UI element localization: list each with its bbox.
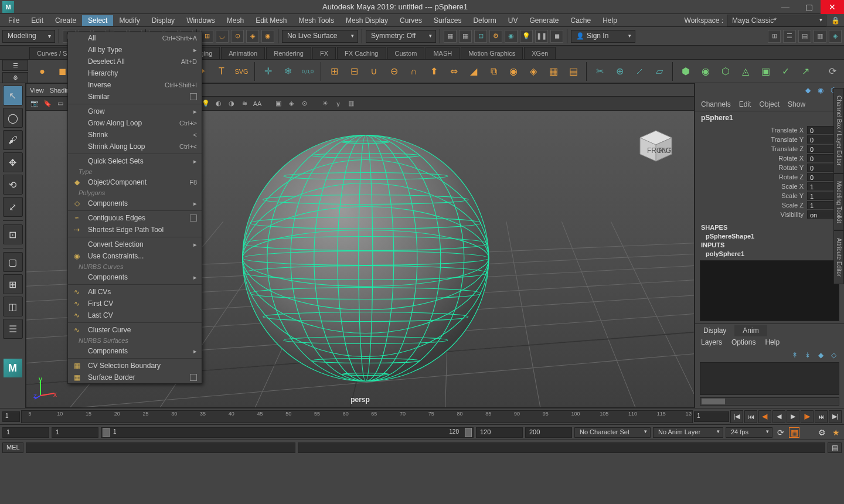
menu-item-use-constraints-[interactable]: ◉Use Constraints... (68, 250, 202, 262)
remesh-icon[interactable]: ▦ (544, 62, 563, 81)
last-tool-button[interactable]: ⊡ (3, 224, 23, 244)
type-tool-icon[interactable]: T (212, 62, 231, 81)
lock-icon[interactable]: 🔒 (829, 14, 842, 27)
menu-item-components[interactable]: Components▸ (68, 345, 202, 357)
menu-select[interactable]: Select (82, 15, 113, 26)
help-menu-item[interactable]: Help (765, 338, 780, 346)
vtab-channel-box-layer-editor[interactable]: Channel Box / Layer Editor (833, 88, 844, 173)
option-box-icon[interactable] (190, 374, 197, 381)
move-tool-button[interactable]: ✥ (3, 152, 23, 172)
menu-curves[interactable]: Curves (394, 15, 428, 26)
script-editor-button[interactable]: ▤ (828, 442, 842, 453)
snap-grid-icon[interactable]: ⊞ (200, 30, 213, 43)
channel-tab-show[interactable]: Show (788, 100, 805, 108)
vtab-modeling-toolkit[interactable]: Modeling Toolkit (833, 173, 844, 231)
loop-icon[interactable]: ⟳ (775, 427, 787, 438)
image-plane-icon[interactable]: ▭ (55, 98, 66, 110)
retopo-icon[interactable]: ▤ (564, 62, 583, 81)
move-layer-up-icon[interactable]: ↟ (790, 350, 799, 360)
time-start-field[interactable]: 1 (2, 411, 20, 422)
panel-layout-icon[interactable]: ⊞ (768, 30, 781, 43)
channel-sync-icon[interactable]: ◉ (816, 86, 825, 95)
channel-view-icon[interactable]: ◆ (803, 86, 812, 95)
step-back-key-button[interactable]: ⏮ (744, 410, 757, 423)
maximize-button[interactable]: ▢ (797, 0, 821, 14)
range-end-thumb[interactable] (465, 428, 472, 437)
connect-icon[interactable]: ⟋ (630, 62, 649, 81)
freeze-icon[interactable]: ❄ (278, 62, 297, 81)
quad-draw-icon[interactable]: ▱ (650, 62, 669, 81)
menu-edit[interactable]: Edit (25, 15, 49, 26)
menu-item-quick-select-sets[interactable]: Quick Select Sets▸ (68, 155, 202, 167)
combine-icon[interactable]: ⊞ (325, 62, 343, 81)
mode-dropdown[interactable]: Modeling (2, 30, 55, 43)
normals-icon[interactable]: ↗ (796, 62, 815, 81)
exposure-icon[interactable]: ☀ (319, 98, 331, 110)
menu-mesh-display[interactable]: Mesh Display (340, 15, 394, 26)
channel-tab-channels[interactable]: Channels (701, 100, 731, 108)
sphere-object[interactable] (236, 130, 494, 389)
poly-sphere-icon[interactable]: ● (33, 62, 52, 81)
anim-layer-dropdown[interactable]: No Anim Layer (653, 427, 723, 438)
gamma-icon[interactable]: γ (332, 98, 344, 110)
menu-item-first-cv[interactable]: ∿First CV (68, 298, 202, 309)
menu-file[interactable]: File (2, 15, 25, 26)
play-back-button[interactable]: ◀ (772, 410, 785, 423)
menu-item-grow[interactable]: Grow▸ (68, 105, 202, 117)
option-box-icon[interactable] (190, 214, 197, 222)
pause-icon[interactable]: ❚❚ (535, 30, 548, 43)
shelf-tab-fx-caching[interactable]: FX Caching (337, 47, 386, 59)
go-end-button[interactable]: ▶| (829, 410, 842, 423)
menu-create[interactable]: Create (49, 15, 82, 26)
shelf-tab-rendering[interactable]: Rendering (266, 47, 311, 59)
mirror-icon[interactable]: ⧉ (484, 62, 503, 81)
channel-tab-object[interactable]: Object (759, 100, 780, 108)
render-icon[interactable]: ▦ (444, 30, 457, 43)
current-time-field[interactable]: 1 (694, 411, 729, 422)
four-pane-icon[interactable]: ⊞ (3, 274, 23, 294)
menu-item-shortest-edge-path-tool[interactable]: ⇢Shortest Edge Path Tool (68, 224, 202, 236)
shelf-gear-icon[interactable]: ⚙ (2, 72, 28, 83)
new-empty-layer-icon[interactable]: ◆ (816, 350, 825, 360)
stop-icon[interactable]: ◼ (550, 30, 563, 43)
layers-menu-item[interactable]: Layers (701, 338, 722, 346)
menu-display[interactable]: Display (146, 15, 181, 26)
svg-tool-icon[interactable]: SVG (232, 62, 251, 81)
menu-item-contiguous-edges[interactable]: ≈Contiguous Edges (68, 212, 202, 224)
layer-scroll[interactable] (700, 397, 839, 406)
menu-item-surface-border[interactable]: ▦Surface Border (68, 372, 202, 383)
menu-item-components[interactable]: ◇Components▸ (68, 197, 202, 209)
workspace-dropdown[interactable]: Maya Classic* (727, 15, 826, 26)
triangulate-icon[interactable]: ◬ (736, 62, 755, 81)
command-input[interactable] (26, 442, 295, 453)
quadrangulate-icon[interactable]: ▣ (756, 62, 775, 81)
aa-icon[interactable]: AA (251, 98, 263, 110)
view-transform-icon[interactable]: ▥ (345, 98, 357, 110)
shelf-tab-animation[interactable]: Animation (221, 47, 265, 59)
vp-menu-view[interactable]: View (30, 87, 44, 94)
menu-item-object-component[interactable]: ◆Object/ComponentF8 (68, 176, 202, 188)
separate-icon[interactable]: ⊟ (345, 62, 363, 81)
paint-tool-button[interactable]: 🖌 (3, 130, 23, 150)
character-set-dropdown[interactable]: No Character Set (574, 427, 651, 438)
range-track[interactable]: 1 120 (101, 427, 474, 438)
menu-item-cluster-curve[interactable]: ∿Cluster Curve (68, 324, 202, 336)
menu-cache[interactable]: Cache (564, 15, 597, 26)
menu-item-cv-selection-boundary[interactable]: ▦CV Selection Boundary (68, 360, 202, 372)
input-node[interactable]: polySphere1 (695, 250, 844, 258)
step-fwd-key-button[interactable]: ⏭ (815, 410, 828, 423)
display-layer-tab[interactable]: Display (695, 325, 734, 336)
scale-tool-button[interactable]: ⤢ (3, 197, 23, 217)
ipr-icon[interactable]: ▦ (459, 30, 472, 43)
cleanup-icon[interactable]: ✓ (776, 62, 795, 81)
play-fwd-button[interactable]: ▶ (787, 410, 799, 423)
center-pivot-icon[interactable]: 0,0,0 (298, 62, 317, 81)
shadows-icon[interactable]: ◐ (213, 98, 224, 110)
boolean-intersect-icon[interactable]: ∩ (404, 62, 423, 81)
auto-key-icon[interactable]: ▦ (789, 427, 799, 438)
vtab-attribute-editor[interactable]: Attribute Editor (833, 230, 844, 284)
shelf-tab-custom[interactable]: Custom (387, 47, 425, 59)
light-editor-icon[interactable]: 💡 (520, 30, 533, 43)
boolean-diff-icon[interactable]: ⊖ (384, 62, 403, 81)
menu-item-similar[interactable]: Similar (68, 91, 202, 103)
